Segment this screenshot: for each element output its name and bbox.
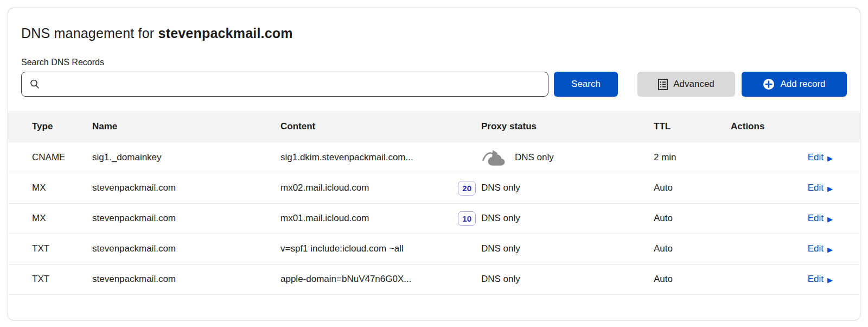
proxy-status-text: DNS only xyxy=(481,213,520,224)
record-name: stevenpackmail.com xyxy=(92,173,280,203)
mx-priority-badge: 10 xyxy=(458,211,476,226)
record-actions-cell: Edit▶ xyxy=(731,264,860,294)
table-row: TXT stevenpackmail.com apple-domain=bNuV… xyxy=(8,264,860,294)
edit-record-button[interactable]: Edit▶ xyxy=(808,152,833,163)
record-ttl: Auto xyxy=(654,264,731,294)
record-content-text: mx02.mail.icloud.com xyxy=(280,183,369,193)
record-actions-cell: Edit▶ xyxy=(731,203,860,234)
record-name: stevenpackmail.com xyxy=(92,234,280,264)
edit-arrow-icon: ▶ xyxy=(827,215,833,222)
search-input-wrapper[interactable] xyxy=(21,72,548,97)
header-proxy-status: Proxy status xyxy=(481,111,654,142)
dns-table-body: CNAME sig1._domainkey sig1.dkim.stevenpa… xyxy=(8,142,860,294)
table-row: MX stevenpackmail.com mx01.mail.icloud.c… xyxy=(8,203,860,234)
edit-record-button[interactable]: Edit▶ xyxy=(808,274,833,285)
edit-arrow-icon: ▶ xyxy=(827,154,833,161)
edit-label: Edit xyxy=(808,213,824,224)
edit-label: Edit xyxy=(808,152,824,163)
header-actions: Actions xyxy=(731,111,860,142)
record-actions-cell: Edit▶ xyxy=(731,234,860,264)
record-actions-cell: Edit▶ xyxy=(731,173,860,203)
dns-management-card: DNS management for stevenpackmail.com Se… xyxy=(8,8,860,320)
edit-record-button[interactable]: Edit▶ xyxy=(808,213,833,224)
page-title-domain: stevenpackmail.com xyxy=(158,26,293,41)
proxy-status-cell: DNS only xyxy=(481,142,654,173)
record-name: stevenpackmail.com xyxy=(92,203,280,234)
proxy-status-text: DNS only xyxy=(481,274,520,285)
add-record-button[interactable]: Add record xyxy=(742,72,847,97)
proxy-status-cell: DNS only xyxy=(481,264,654,294)
header-content: Content xyxy=(280,111,481,142)
edit-record-button[interactable]: Edit▶ xyxy=(808,243,833,254)
table-row: CNAME sig1._domainkey sig1.dkim.stevenpa… xyxy=(8,142,860,173)
table-row: MX stevenpackmail.com mx02.mail.icloud.c… xyxy=(8,173,860,203)
edit-record-button[interactable]: Edit▶ xyxy=(808,183,833,193)
record-type: MX xyxy=(8,203,92,234)
record-content-text: v=spf1 include:icloud.com ~all xyxy=(280,243,404,254)
dns-records-table: Type Name Content Proxy status TTL Actio… xyxy=(8,111,860,295)
dns-only-cloud-icon xyxy=(481,148,506,167)
proxy-status-cell: DNS only xyxy=(481,234,654,264)
record-type: TXT xyxy=(8,234,92,264)
list-document-icon xyxy=(658,79,668,90)
table-header: Type Name Content Proxy status TTL Actio… xyxy=(8,111,860,142)
record-content-text: mx01.mail.icloud.com xyxy=(280,213,369,224)
search-icon xyxy=(29,79,40,90)
record-content-text: apple-domain=bNuV47n6G0X... xyxy=(280,274,411,285)
proxy-status-cell: DNS only xyxy=(481,203,654,234)
add-record-button-label: Add record xyxy=(780,79,825,90)
proxy-status-text: DNS only xyxy=(481,183,520,193)
table-row: TXT stevenpackmail.com v=spf1 include:ic… xyxy=(8,234,860,264)
record-type: CNAME xyxy=(8,142,92,173)
search-button[interactable]: Search xyxy=(554,72,618,97)
header-ttl: TTL xyxy=(654,111,731,142)
record-ttl: 2 min xyxy=(654,142,731,173)
edit-arrow-icon: ▶ xyxy=(827,246,833,253)
header-type: Type xyxy=(8,111,92,142)
record-ttl: Auto xyxy=(654,173,731,203)
edit-arrow-icon: ▶ xyxy=(827,276,833,283)
search-label: Search DNS Records xyxy=(21,58,847,67)
edit-label: Edit xyxy=(808,183,824,193)
record-ttl: Auto xyxy=(654,234,731,264)
record-type: MX xyxy=(8,173,92,203)
record-actions-cell: Edit▶ xyxy=(731,142,860,173)
proxy-status-text: DNS only xyxy=(515,152,554,163)
search-input[interactable] xyxy=(40,72,548,96)
search-toolbar: Search Advanced Add record xyxy=(21,72,847,97)
record-content: v=spf1 include:icloud.com ~all xyxy=(280,234,481,264)
edit-label: Edit xyxy=(808,274,824,285)
proxy-status-text: DNS only xyxy=(481,243,520,254)
advanced-button-label: Advanced xyxy=(673,79,714,90)
plus-circle-icon xyxy=(763,78,775,90)
page-title: DNS management for stevenpackmail.com xyxy=(21,26,847,41)
edit-label: Edit xyxy=(808,243,824,254)
record-name: stevenpackmail.com xyxy=(92,264,280,294)
record-content: mx01.mail.icloud.com 10 xyxy=(280,203,481,234)
page-title-prefix: DNS management for xyxy=(21,26,158,41)
record-content-text: sig1.dkim.stevenpackmail.com... xyxy=(280,152,413,163)
record-type: TXT xyxy=(8,264,92,294)
record-content: mx02.mail.icloud.com 20 xyxy=(280,173,481,203)
record-ttl: Auto xyxy=(654,203,731,234)
advanced-button[interactable]: Advanced xyxy=(637,72,735,97)
record-name: sig1._domainkey xyxy=(92,142,280,173)
mx-priority-badge: 20 xyxy=(458,181,476,196)
record-content: sig1.dkim.stevenpackmail.com... xyxy=(280,142,481,173)
edit-arrow-icon: ▶ xyxy=(827,185,833,192)
proxy-status-cell: DNS only xyxy=(481,173,654,203)
record-content: apple-domain=bNuV47n6G0X... xyxy=(280,264,481,294)
header-name: Name xyxy=(92,111,280,142)
